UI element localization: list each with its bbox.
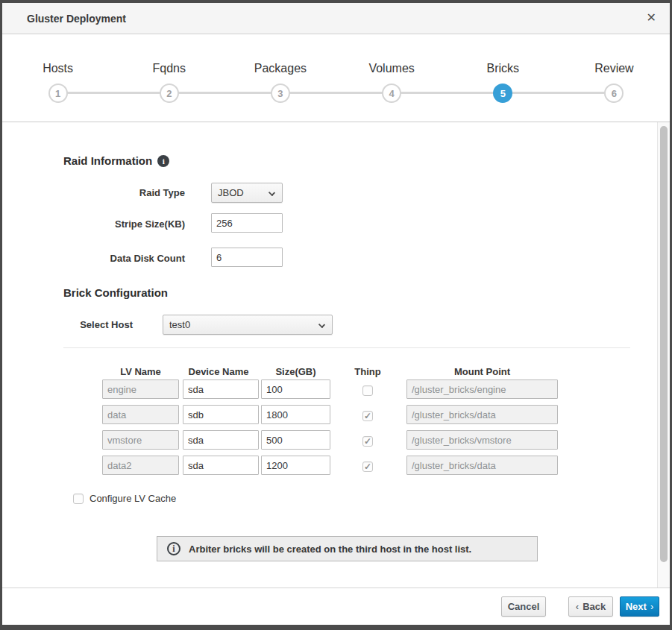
wizard-step-label: Volumes (368, 62, 414, 78)
wizard-step-label: Fqdns (153, 62, 186, 78)
dialog-footer: Cancel ‹ Back Next › (2, 588, 670, 625)
brick-table-row (102, 430, 558, 450)
data-disk-count-label: Data Disk Count (63, 253, 185, 264)
wizard-step[interactable]: Review 6 (559, 62, 670, 122)
scrollbar-thumb[interactable] (660, 126, 668, 562)
brick-table-row (102, 379, 558, 399)
device-name-input[interactable] (183, 379, 259, 399)
size-input[interactable] (261, 379, 330, 399)
col-header-device-name: Device Name (180, 366, 257, 377)
section-divider (63, 347, 630, 348)
wizard-step-number-text: 2 (166, 88, 172, 99)
arbiter-info-alert: i Arbiter bricks will be created on the … (157, 536, 538, 561)
wizard-step-number: 1 (48, 84, 68, 103)
back-button-label: Back (582, 601, 606, 612)
brick-configuration-heading: Brick Configuration (63, 286, 168, 299)
wizard-step-number: 6 (604, 84, 624, 103)
col-header-mount-point: Mount Point (406, 366, 558, 377)
cancel-button-label: Cancel (508, 601, 540, 612)
wizard-step-number-text: 6 (612, 88, 617, 99)
device-name-input[interactable] (183, 456, 259, 475)
wizard-step-label: Hosts (43, 62, 73, 78)
configure-lv-cache-row: Configure LV Cache (73, 493, 176, 504)
stripe-size-input[interactable] (211, 213, 283, 233)
wizard-step-number: 2 (160, 84, 179, 103)
brick-configuration-title: Brick Configuration (63, 286, 168, 299)
wizard-step-number: 3 (271, 84, 290, 103)
wizard-step[interactable]: Fqdns 2 (113, 62, 224, 122)
thinp-checkbox[interactable] (362, 385, 373, 396)
lv-name-input[interactable] (102, 430, 179, 450)
thinp-checkbox[interactable] (362, 436, 373, 447)
arbiter-info-text: Arbiter bricks will be created on the th… (189, 544, 471, 555)
chevron-down-icon (318, 321, 325, 328)
select-host-value: test0 (169, 319, 190, 330)
wizard-step-label: Bricks (486, 62, 519, 78)
wizard-step-number-text: 1 (55, 88, 60, 99)
configure-lv-cache-label: Configure LV Cache (90, 493, 176, 504)
raid-information-heading: Raid Information i (63, 154, 169, 167)
size-input[interactable] (261, 405, 330, 424)
brick-table-row (102, 456, 558, 475)
wizard-step-number-text: 3 (277, 88, 283, 99)
wizard-step-number: 4 (382, 84, 401, 103)
device-name-input[interactable] (183, 405, 259, 424)
col-header-thinp: Thinp (338, 366, 398, 377)
lv-name-input[interactable] (102, 456, 179, 475)
wizard-step[interactable]: Bricks 5 (448, 62, 559, 122)
chevron-left-icon: ‹ (576, 601, 579, 612)
lv-name-input[interactable] (102, 405, 179, 424)
wizard-step-number: 5 (493, 84, 512, 103)
info-circle-icon: i (167, 542, 180, 555)
size-input[interactable] (261, 430, 330, 450)
raid-type-label: Raid Type (63, 187, 185, 198)
next-button-label: Next (626, 601, 647, 612)
info-icon[interactable]: i (157, 155, 169, 167)
scrollbar-track[interactable] (657, 122, 670, 588)
device-name-input[interactable] (183, 430, 259, 450)
dialog-title: Gluster Deployment (27, 13, 126, 25)
brick-table (102, 379, 558, 481)
thinp-checkbox[interactable] (362, 411, 373, 421)
dialog-titlebar: Gluster Deployment ✕ (2, 3, 670, 34)
cancel-button[interactable]: Cancel (501, 596, 546, 617)
stripe-size-label: Stripe Size(KB) (63, 218, 185, 230)
select-host-select[interactable]: test0 (163, 315, 333, 335)
mount-point-input[interactable] (406, 379, 558, 399)
configure-lv-cache-checkbox[interactable] (73, 494, 84, 504)
mount-point-input[interactable] (406, 456, 558, 475)
select-host-label: Select Host (17, 319, 133, 330)
lv-name-input[interactable] (102, 379, 179, 399)
mount-point-input[interactable] (406, 405, 558, 424)
wizard-step[interactable]: Packages 3 (224, 62, 336, 122)
wizard-step-label: Packages (254, 62, 307, 78)
back-button[interactable]: ‹ Back (568, 596, 613, 617)
wizard-step-label: Review (594, 62, 633, 78)
gluster-deployment-dialog: Gluster Deployment ✕ Hosts 1 Fqdns 2 (0, 0, 672, 630)
next-button[interactable]: Next › (620, 596, 659, 617)
thinp-checkbox[interactable] (362, 462, 373, 472)
close-icon[interactable]: ✕ (647, 10, 656, 25)
data-disk-count-input[interactable] (211, 248, 283, 267)
brick-table-row (102, 405, 558, 424)
col-header-size: Size(GB) (261, 366, 330, 377)
wizard-step[interactable]: Hosts 1 (2, 62, 113, 122)
raid-information-title: Raid Information (63, 154, 152, 167)
col-header-lv-name: LV Name (102, 366, 179, 377)
wizard-step-number-text: 5 (500, 88, 506, 99)
mount-point-input[interactable] (406, 430, 558, 450)
wizard-step-number-text: 4 (389, 88, 394, 99)
raid-type-value: JBOD (218, 187, 244, 198)
chevron-right-icon: › (650, 601, 653, 612)
chevron-down-icon (269, 189, 275, 196)
size-input[interactable] (261, 456, 330, 475)
raid-type-select[interactable]: JBOD (211, 183, 283, 203)
wizard-step[interactable]: Volumes 4 (336, 62, 448, 122)
wizard-steps: Hosts 1 Fqdns 2 Packages 3 (2, 34, 670, 122)
